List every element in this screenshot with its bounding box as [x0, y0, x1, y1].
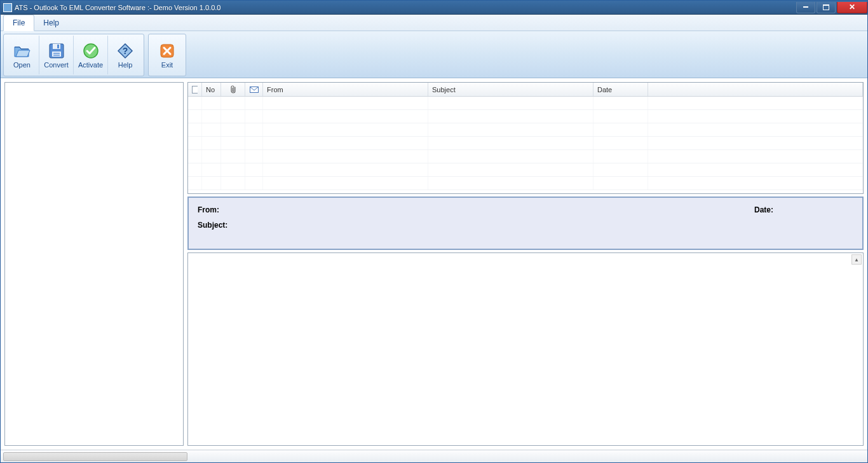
date-label: Date:	[754, 205, 773, 214]
col-checkbox[interactable]	[188, 83, 202, 96]
app-window: ATS - Outlook To EML Converter Software …	[0, 0, 868, 463]
close-button[interactable]	[837, 2, 867, 13]
open-label: Open	[13, 61, 31, 69]
toolbar-group-exit: Exit	[148, 34, 186, 76]
table-row[interactable]	[188, 123, 863, 137]
menu-help[interactable]: Help	[34, 15, 68, 31]
help-diamond-icon: ?	[116, 42, 134, 60]
svg-text:?: ?	[123, 46, 128, 56]
help-button[interactable]: ? Help	[108, 36, 142, 74]
toolbar: Open Convert Activate ? Help	[1, 31, 867, 78]
svg-rect-1	[53, 44, 60, 49]
subject-label: Subject:	[198, 221, 227, 230]
col-from[interactable]: From	[263, 83, 428, 96]
col-date[interactable]: Date	[593, 83, 648, 96]
workspace: No From Subject Date	[1, 78, 867, 450]
window-title: ATS - Outlook To EML Converter Software …	[15, 4, 795, 11]
titlebar[interactable]: ATS - Outlook To EML Converter Software …	[1, 1, 867, 15]
table-row[interactable]	[188, 150, 863, 163]
open-button[interactable]: Open	[5, 36, 39, 74]
table-row[interactable]	[188, 163, 863, 177]
menu-file[interactable]: File	[3, 15, 34, 31]
maximize-button[interactable]	[817, 2, 836, 13]
mail-list-pane[interactable]: No From Subject Date	[187, 82, 864, 194]
folder-open-icon	[13, 42, 31, 60]
svg-rect-9	[193, 86, 198, 93]
exit-button[interactable]: Exit	[150, 36, 184, 74]
table-row[interactable]	[188, 177, 863, 190]
col-subject[interactable]: Subject	[428, 83, 593, 96]
app-icon	[3, 3, 12, 12]
svg-rect-5	[53, 55, 60, 56]
scroll-up-icon[interactable]: ▲	[851, 254, 862, 265]
col-no[interactable]: No	[202, 83, 221, 96]
table-row[interactable]	[188, 110, 863, 123]
message-body-pane[interactable]: ▲	[187, 252, 864, 446]
activate-button[interactable]: Activate	[74, 36, 108, 74]
convert-label: Convert	[44, 61, 69, 69]
toolbar-group-main: Open Convert Activate ? Help	[3, 34, 144, 76]
svg-rect-2	[57, 45, 59, 48]
exit-close-icon	[158, 42, 176, 60]
convert-button[interactable]: Convert	[39, 36, 74, 74]
activate-label: Activate	[78, 61, 103, 69]
from-label: From:	[198, 205, 219, 214]
window-controls	[795, 2, 867, 13]
col-attachment[interactable]	[221, 83, 245, 96]
checkbox-icon	[192, 86, 198, 93]
mail-list-header: No From Subject Date	[188, 83, 863, 97]
table-row[interactable]	[188, 137, 863, 150]
col-envelope[interactable]	[245, 83, 263, 96]
table-row[interactable]	[188, 97, 863, 110]
svg-rect-4	[53, 53, 60, 54]
check-circle-icon	[82, 42, 100, 60]
right-pane: No From Subject Date	[187, 82, 864, 446]
attachment-icon	[229, 85, 237, 94]
message-header-pane: From: Date: Subject:	[187, 197, 864, 250]
mail-list-rows	[188, 97, 863, 190]
status-segment	[3, 452, 187, 461]
menubar: File Help	[1, 15, 867, 31]
envelope-icon	[250, 86, 259, 93]
svg-rect-3	[52, 52, 61, 57]
exit-label: Exit	[161, 61, 173, 69]
help-label: Help	[118, 61, 133, 69]
disk-save-icon	[48, 42, 65, 60]
minimize-button[interactable]	[796, 2, 815, 13]
folder-tree-pane[interactable]	[4, 82, 184, 446]
col-spacer	[648, 83, 863, 96]
statusbar	[1, 450, 867, 462]
